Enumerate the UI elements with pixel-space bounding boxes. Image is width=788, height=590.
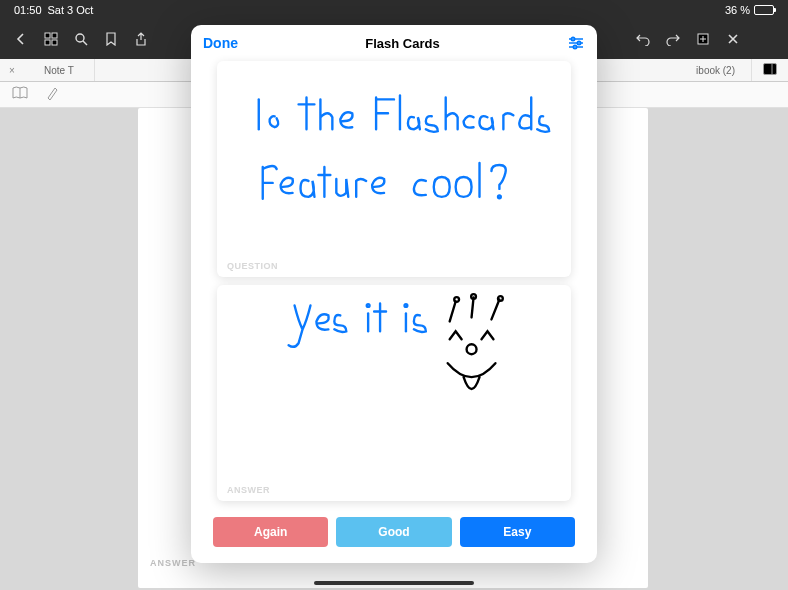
again-button[interactable]: Again xyxy=(213,517,328,547)
svg-rect-3 xyxy=(52,40,57,45)
modal-header: Done Flash Cards xyxy=(191,25,597,61)
question-label: QUESTION xyxy=(227,261,278,271)
svg-point-19 xyxy=(405,304,408,307)
close-icon[interactable] xyxy=(720,26,746,52)
undo-icon[interactable] xyxy=(630,26,656,52)
tab-right[interactable]: ibook (2) xyxy=(680,59,752,81)
svg-rect-9 xyxy=(764,64,777,75)
bookmark-icon[interactable] xyxy=(98,26,124,52)
home-indicator[interactable] xyxy=(314,581,474,585)
tab-left[interactable]: Note T xyxy=(24,59,95,81)
grid-icon[interactable] xyxy=(38,26,64,52)
svg-point-22 xyxy=(498,296,503,301)
pen-icon[interactable] xyxy=(46,86,58,103)
svg-rect-0 xyxy=(45,33,50,38)
svg-point-8 xyxy=(766,38,768,40)
done-button[interactable]: Done xyxy=(203,35,238,51)
book-icon[interactable] xyxy=(12,86,28,103)
sidebar-toggle-icon[interactable] xyxy=(752,63,788,77)
svg-point-20 xyxy=(454,297,459,302)
flashcards-modal: Done Flash Cards xyxy=(191,25,597,563)
status-date: Sat 3 Oct xyxy=(48,4,94,16)
settings-icon[interactable] xyxy=(567,34,585,52)
status-time: 01:50 xyxy=(14,4,42,16)
share-icon[interactable] xyxy=(128,26,154,52)
battery-pct: 36 % xyxy=(725,4,750,16)
back-icon[interactable] xyxy=(8,26,34,52)
apple-pencil-icon xyxy=(709,4,721,16)
srs-buttons: Again Good Easy xyxy=(191,501,597,563)
svg-point-23 xyxy=(467,344,477,354)
more-icon[interactable] xyxy=(750,26,776,52)
answer-card[interactable]: ANSWER xyxy=(217,285,571,501)
question-card[interactable]: QUESTION xyxy=(217,61,571,277)
svg-point-4 xyxy=(76,34,84,42)
new-note-icon[interactable] xyxy=(690,26,716,52)
answer-label: ANSWER xyxy=(227,485,270,495)
modal-title: Flash Cards xyxy=(365,36,439,51)
svg-point-18 xyxy=(367,304,370,307)
page-footer-label: ANSWER xyxy=(150,558,196,568)
svg-rect-2 xyxy=(45,40,50,45)
redo-icon[interactable] xyxy=(660,26,686,52)
svg-rect-1 xyxy=(52,33,57,38)
svg-point-7 xyxy=(762,38,764,40)
good-button[interactable]: Good xyxy=(336,517,451,547)
svg-point-17 xyxy=(498,195,501,198)
easy-button[interactable]: Easy xyxy=(460,517,575,547)
tab-close-icon[interactable]: × xyxy=(0,65,24,76)
status-bar: 01:50 Sat 3 Oct 36 % xyxy=(0,0,788,19)
search-icon[interactable] xyxy=(68,26,94,52)
svg-point-6 xyxy=(758,38,760,40)
battery-icon xyxy=(754,5,774,15)
